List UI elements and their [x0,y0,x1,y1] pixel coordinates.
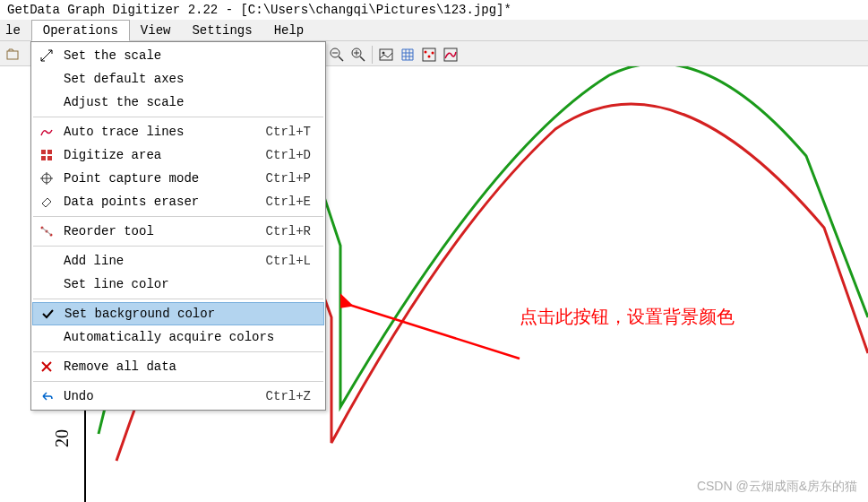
svg-line-5 [360,56,365,61]
grid-icon[interactable] [398,45,417,65]
shortcut: Ctrl+P [266,171,311,186]
shortcut: Ctrl+E [266,195,311,209]
curve-icon[interactable] [441,45,460,65]
svg-rect-10 [423,48,435,61]
svg-rect-20 [41,156,46,160]
points-icon[interactable] [419,45,439,65]
blank-icon [39,71,55,87]
image-icon[interactable] [376,45,396,65]
menu-bar: le Operations View Settings Help [0,20,868,41]
menu-digitize-area-label: Digitize area [64,148,257,162]
menu-set-bg-color-label: Set background color [64,307,317,321]
svg-text:20: 20 [52,429,72,447]
shortcut: Ctrl+D [266,148,311,162]
shortcut: Ctrl+Z [266,389,311,403]
shortcut: Ctrl+T [266,125,311,139]
menu-set-scale-label: Set the scale [64,48,318,63]
menu-auto-trace-label: Auto trace lines [64,125,257,139]
menu-remove-all[interactable]: Remove all data [31,355,325,378]
toolbar-separator [372,46,373,64]
zoom-in-icon[interactable] [348,45,368,65]
x-icon [39,359,55,375]
menu-set-scale[interactable]: Set the scale [31,44,325,67]
menu-set-line-color[interactable]: Set line color [31,273,325,296]
menu-undo[interactable]: Undo Ctrl+Z [31,385,325,408]
menu-reorder[interactable]: Reorder tool Ctrl+R [31,220,325,243]
menu-view[interactable]: View [130,21,182,40]
dropdown-separator [33,381,323,382]
svg-line-2 [339,56,343,61]
menu-default-axes[interactable]: Set default axes [31,67,325,91]
menu-add-line-label: Add line [64,254,257,268]
menu-eraser[interactable]: Data points eraser Ctrl+E [31,190,325,213]
menu-undo-label: Undo [64,389,257,403]
menu-set-bg-color[interactable]: Set background color [32,302,324,325]
reorder-icon [39,223,55,239]
menu-auto-acquire[interactable]: Automatically acquire colors [31,325,325,349]
shortcut: Ctrl+L [266,254,311,268]
svg-rect-19 [47,150,52,154]
menu-eraser-label: Data points eraser [64,195,257,209]
trace-icon [39,124,55,140]
menu-auto-trace[interactable]: Auto trace lines Ctrl+T [31,120,325,143]
watermark: CSDN @云烟成雨&房东的猫 [697,479,857,495]
zoom-out-icon[interactable] [327,45,347,65]
dropdown-separator [33,117,323,117]
svg-point-11 [425,51,427,54]
window-title: GetData Graph Digitizer 2.22 - [C:\Users… [7,3,511,17]
menu-settings[interactable]: Settings [181,21,262,40]
menu-point-capture-label: Point capture mode [64,171,257,186]
open-icon[interactable] [4,44,23,64]
svg-rect-0 [7,51,18,59]
menu-auto-acquire-label: Automatically acquire colors [64,330,318,344]
svg-point-13 [432,52,434,55]
dropdown-separator [33,216,323,217]
menu-point-capture[interactable]: Point capture mode Ctrl+P [31,167,325,190]
annotation-text: 点击此按钮，设置背景颜色 [520,305,735,329]
dropdown-separator [33,246,323,247]
svg-point-12 [428,56,431,58]
blank-icon [39,329,55,345]
svg-point-9 [382,52,385,55]
menu-adjust-scale-label: Adjust the scale [64,95,318,109]
menu-default-axes-label: Set default axes [64,72,318,86]
menu-add-line[interactable]: Add line Ctrl+L [31,249,325,273]
menu-file[interactable]: le [4,21,31,40]
menu-reorder-label: Reorder tool [64,224,257,238]
undo-icon [39,388,55,404]
menu-digitize-area[interactable]: Digitize area Ctrl+D [31,143,325,167]
area-icon [39,147,55,163]
svg-rect-18 [41,150,46,154]
blank-icon [39,276,55,292]
dropdown-separator [33,299,323,299]
menu-help[interactable]: Help [263,21,315,40]
blank-icon [39,253,55,269]
shortcut: Ctrl+R [266,224,311,238]
crosshair-icon [39,170,55,186]
scale-icon [39,48,55,64]
menu-remove-all-label: Remove all data [64,359,318,374]
menu-adjust-scale[interactable]: Adjust the scale [31,91,325,114]
menu-operations[interactable]: Operations [31,20,130,41]
svg-rect-21 [47,156,52,160]
check-icon [39,306,56,322]
eraser-icon [39,194,55,210]
window-title-bar: GetData Graph Digitizer 2.22 - [C:\Users… [0,0,868,20]
menu-set-line-color-label: Set line color [64,277,318,291]
operations-dropdown: Set the scale Set default axes Adjust th… [30,41,326,411]
dropdown-separator [33,351,323,352]
svg-line-17 [41,50,52,61]
blank-icon [39,94,55,110]
